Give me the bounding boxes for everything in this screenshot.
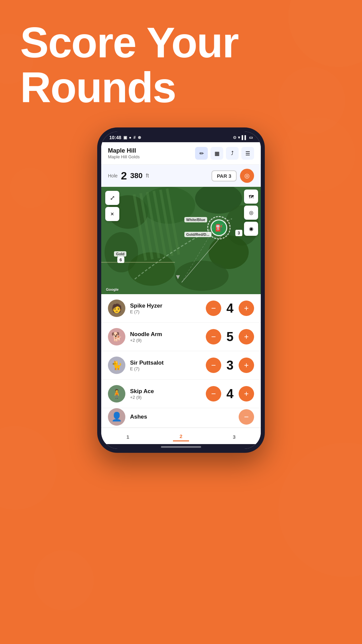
decrement-button[interactable]: − [239, 409, 254, 425]
minus-icon: − [211, 389, 216, 398]
player-row: 🧍 Skip Ace +2 (9) − 4 + [101, 380, 261, 408]
player-avatar: 🧍 [108, 385, 125, 402]
map-background: ⤢ ✕ 🗺 ◎ [101, 187, 261, 294]
minus-icon: − [211, 304, 216, 313]
plus-icon: + [244, 361, 249, 370]
menu-icon: ☰ [245, 150, 250, 157]
player-info: Noodle Arm +2 (9) [130, 331, 201, 343]
tab-1[interactable]: 1 [120, 433, 136, 441]
score-number: 5 [225, 330, 235, 344]
map-type-icon: 🗺 [249, 194, 254, 200]
bottom-tabs: 1 2 3 [101, 428, 261, 444]
location-button[interactable]: ◉ [244, 222, 258, 236]
svg-point-8 [175, 261, 229, 291]
target-button[interactable]: ◎ [244, 206, 258, 220]
player-name: Noodle Arm [130, 331, 201, 338]
score-number: 4 [225, 387, 235, 401]
score-number: 4 [225, 301, 235, 316]
hole-distance: 380 [130, 171, 143, 180]
score-controls: − 3 + [206, 358, 254, 373]
circle-icon: ● [129, 135, 131, 140]
player-avatar: 🐕 [108, 328, 125, 345]
scorecard-icon: ▦ [215, 150, 220, 157]
hashtag-icon: # [133, 135, 136, 140]
player-avatar: 🧑 [108, 300, 125, 317]
par-badge: PAR 3 [212, 170, 237, 181]
plus-icon: + [244, 304, 249, 313]
course-info: Maple Hill Maple Hill Golds [108, 147, 195, 159]
minus-icon: − [211, 332, 216, 341]
hole-6-badge: 6 [117, 257, 124, 263]
google-label: Google [106, 287, 119, 291]
share-button[interactable]: ⤴ [226, 147, 239, 160]
player-info: Spike Hyzer E (7) [130, 303, 201, 314]
player-info: Skip Ace +2 (9) [130, 388, 201, 400]
decrement-button[interactable]: − [206, 301, 221, 316]
phone-frame: 10:48 ▣ ● # ⊛ ⊙ ▾ ▌▌ ▭ Maple Hill Maple … [97, 127, 265, 453]
distance-unit: ft [146, 173, 149, 179]
app-header: Maple Hill Maple Hill Golds ✏ ▦ ⤴ ☰ [101, 142, 261, 165]
home-bar [161, 446, 201, 448]
battery-icon: ▭ [249, 135, 253, 140]
waypoint-white-blue: White/Blue [184, 217, 207, 222]
home-indicator [101, 444, 261, 449]
player-score-display: E (7) [130, 309, 201, 314]
player-row-partial: 👤 Ashes − [101, 408, 261, 428]
hole-number: 2 [121, 170, 127, 182]
locate-button[interactable]: ◎ [240, 169, 254, 183]
player-score-display: +2 (9) [130, 395, 201, 400]
basket-icon: ⛽ [215, 224, 223, 232]
increment-button[interactable]: + [239, 301, 254, 316]
decrement-button[interactable]: − [206, 386, 221, 401]
plus-icon: + [244, 332, 249, 341]
player-score-display: +2 (9) [130, 338, 201, 343]
score-controls: − 4 + [206, 301, 254, 316]
hero-section: Score Your Rounds [20, 20, 342, 110]
score-controls: − 5 + [206, 329, 254, 344]
location-icon: ⊙ [233, 135, 236, 140]
score-controls-partial: − [239, 409, 254, 425]
status-bar: 10:48 ▣ ● # ⊛ ⊙ ▾ ▌▌ ▭ [101, 131, 261, 142]
basket-circle: ⛽ [207, 216, 231, 239]
decrement-button[interactable]: − [206, 358, 221, 373]
players-list: 🧑 Spike Hyzer E (7) − 4 + [101, 294, 261, 428]
tab-2[interactable]: 2 [173, 432, 189, 441]
phone-mockup: 10:48 ▣ ● # ⊛ ⊙ ▾ ▌▌ ▭ Maple Hill Maple … [97, 127, 265, 624]
increment-button[interactable]: + [239, 358, 254, 373]
decrement-button[interactable]: − [206, 329, 221, 344]
player-name: Ashes [130, 414, 234, 420]
player-info: Ashes [130, 414, 234, 420]
hole-info: Hole 2 380 ft [108, 170, 149, 182]
increment-button[interactable]: + [239, 386, 254, 401]
locate-icon: ◎ [244, 172, 250, 179]
score-controls: − 4 + [206, 386, 254, 401]
player-info: Sir Puttsalot E (7) [130, 360, 201, 371]
status-left: 10:48 ▣ ● # ⊛ [109, 135, 141, 140]
minus-icon: − [211, 361, 216, 370]
target-icon: ◎ [249, 210, 253, 216]
map-type-button[interactable]: 🗺 [244, 190, 258, 204]
hero-title: Score Your Rounds [20, 20, 342, 110]
menu-button[interactable]: ☰ [241, 147, 254, 160]
scorecard-button[interactable]: ▦ [210, 147, 223, 160]
layer-button[interactable]: ✕ [105, 207, 119, 221]
hole-3-badge: 3 [235, 230, 242, 236]
player-row: 🧑 Spike Hyzer E (7) − 4 + [101, 294, 261, 323]
expand-button[interactable]: ⤢ [105, 191, 119, 205]
basket-inner: ⛽ [210, 219, 227, 236]
tab-3[interactable]: 3 [226, 433, 242, 441]
hole-right: PAR 3 ◎ [212, 169, 254, 183]
phone-screen: 10:48 ▣ ● # ⊛ ⊙ ▾ ▌▌ ▭ Maple Hill Maple … [101, 131, 261, 449]
map-area[interactable]: ⤢ ✕ 🗺 ◎ [101, 187, 261, 294]
edit-button[interactable]: ✏ [195, 147, 208, 160]
tee-marker: ▼ [175, 273, 181, 281]
course-subtitle: Maple Hill Golds [108, 154, 195, 159]
map-controls-left: ⤢ ✕ [105, 191, 119, 221]
player-avatar: 👤 [108, 408, 125, 426]
player-name: Sir Puttsalot [130, 360, 201, 366]
score-number: 3 [225, 358, 235, 373]
player-score-display: E (7) [130, 366, 201, 371]
plus-icon: + [244, 389, 249, 398]
course-name: Maple Hill [108, 147, 195, 154]
increment-button[interactable]: + [239, 329, 254, 344]
